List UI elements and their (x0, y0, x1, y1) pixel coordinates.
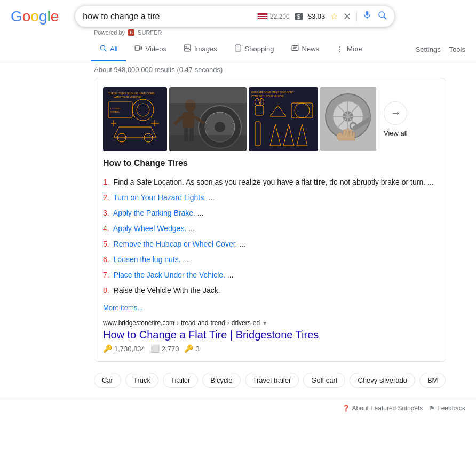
view-all-label: View all (384, 129, 408, 137)
svg-rect-6 (136, 46, 140, 50)
tools-diagram-svg: HERE ARE SOME ITEMS THAT DON'T COME WITH… (249, 87, 318, 151)
list-item: 2. Turn on Your Hazard Lights. ... (103, 190, 437, 205)
step-rest-3: ... (197, 209, 204, 217)
list-item: 5. Remove the Hubcap or Wheel Cover. ... (103, 236, 437, 252)
tab-more[interactable]: ⋮ More (328, 38, 371, 61)
main-content: THESE ITEMS SHOULD HAVE COME WITH YOUR V… (0, 78, 459, 388)
feedback-label: Feedback (437, 405, 465, 412)
shopping-icon (234, 44, 242, 53)
step-link-6[interactable]: Loosen the lug nuts. (114, 255, 181, 264)
featured-snippet-card: THESE ITEMS SHOULD HAVE COME WITH YOUR V… (94, 78, 446, 362)
steps-list: 1. Find a Safe Location. As soon as you … (103, 175, 437, 298)
step-num-7: 7. (103, 271, 109, 279)
clear-icon[interactable]: ✕ (343, 11, 351, 22)
svg-text:WITH YOUR VEHICLE.: WITH YOUR VEHICLE. (114, 96, 142, 99)
list-item: 6. Loosen the lug nuts. ... (103, 252, 437, 267)
tab-videos[interactable]: Videos (126, 38, 175, 61)
question-icon: ❓ (342, 405, 350, 412)
step-link-2[interactable]: Turn on Your Hazard Lights. (113, 193, 206, 202)
step-link-4[interactable]: Apply Wheel Wedges. (113, 224, 186, 233)
step-link-3[interactable]: Apply the Parking Brake. (113, 209, 195, 217)
key-icon-1: 🔑 (103, 344, 112, 353)
search-bar-container: 22,200 $ $3.03 ☆ ✕ (75, 5, 395, 27)
svg-text:LOCKING: LOCKING (110, 107, 120, 110)
header: Google 22,200 $ $3.03 ☆ ✕ (0, 0, 476, 27)
result-title-link[interactable]: How to Change a Flat Tire | Bridgestone … (103, 329, 437, 341)
about-featured-snippets-link[interactable]: ❓ About Featured Snippets (342, 405, 423, 412)
google-logo: Google (11, 8, 59, 25)
snippet-image-3[interactable]: HERE ARE SOME ITEMS THAT DON'T COME WITH… (249, 87, 318, 151)
step-link-5[interactable]: Remove the Hubcap or Wheel Cover. (114, 240, 237, 248)
related-chip-truck[interactable]: Truck (125, 373, 158, 388)
surfer-bar: Powered by S SURFER (0, 27, 476, 38)
step-rest-5: ... (239, 240, 245, 248)
step-link-7[interactable]: Place the Jack Under the Vehicle. (114, 271, 225, 279)
breadcrumb-2: drivers-ed (232, 319, 260, 327)
star-icon[interactable]: ☆ (330, 11, 338, 21)
tab-all[interactable]: All (91, 38, 126, 61)
mic-icon[interactable] (362, 10, 372, 22)
step-num-3: 3. (103, 209, 109, 217)
snippet-image-4[interactable] (320, 87, 376, 151)
step-num-8: 8. (103, 286, 109, 295)
related-chip-golf-cart[interactable]: Golf cart (303, 373, 345, 388)
svg-rect-39 (169, 135, 247, 151)
snippet-image-1[interactable]: THESE ITEMS SHOULD HAVE COME WITH YOUR V… (103, 87, 167, 151)
snippet-image-2[interactable] (169, 87, 247, 151)
search-count-val: 22,200 (270, 13, 290, 20)
svg-text:THESE ITEMS SHOULD HAVE COME: THESE ITEMS SHOULD HAVE COME (108, 92, 155, 95)
search-input[interactable] (83, 12, 253, 21)
svg-text:HERE ARE SOME ITEMS THAT DON'T: HERE ARE SOME ITEMS THAT DON'T (251, 91, 294, 94)
stat-val-3: 3 (195, 345, 199, 353)
related-chip-bicycle[interactable]: Bicycle (202, 373, 240, 388)
more-items-link[interactable]: More items... (103, 304, 437, 312)
related-chip-travel-trailer[interactable]: Travel trailer (245, 373, 299, 388)
price-value: $3.03 (308, 12, 326, 20)
snippet-title: How to Change Tires (103, 159, 437, 168)
tab-news[interactable]: News (283, 38, 328, 61)
tools-link[interactable]: Tools (449, 45, 465, 53)
svg-line-5 (105, 50, 106, 51)
view-all-button[interactable]: → View all (384, 101, 408, 137)
stat-item-3: 🔑 3 (184, 344, 199, 353)
step-rest-4: ... (188, 224, 195, 233)
step-num-1: 1. (103, 178, 109, 186)
monitor-icon: ⬜ (150, 344, 160, 353)
step-num-5: 5. (103, 240, 109, 248)
view-all-circle: → (384, 101, 407, 125)
tab-images[interactable]: Images (175, 38, 226, 61)
list-item: 7. Place the Jack Under the Vehicle. ... (103, 267, 437, 283)
tire-change-photo-svg (169, 87, 247, 151)
tab-shopping[interactable]: Shopping (226, 38, 283, 61)
tab-shopping-label: Shopping (245, 45, 274, 53)
feedback-link[interactable]: ⚑ Feedback (429, 405, 465, 412)
list-item: 8. Raise the Vehicle With the Jack. (103, 283, 437, 298)
arrow-right-icon: → (390, 107, 401, 119)
source-line: www.bridgestonetire.com › tread-and-tren… (103, 319, 437, 327)
related-chip-trailer[interactable]: Trailer (163, 373, 198, 388)
svg-point-31 (215, 122, 225, 132)
about-snippets-label: About Featured Snippets (352, 405, 423, 412)
stat-val-1: 1,730,834 (114, 345, 145, 353)
tab-images-label: Images (194, 45, 217, 53)
flag-icon (257, 13, 268, 20)
images-row: THESE ITEMS SHOULD HAVE COME WITH YOUR V… (103, 87, 437, 151)
step-rest-2: ... (208, 193, 215, 202)
settings-link[interactable]: Settings (416, 45, 441, 53)
step-rest-6: ... (183, 255, 189, 264)
nav-settings: Settings Tools (416, 45, 465, 53)
results-count: About 948,000,000 results (0.47 seconds) (0, 61, 476, 78)
tab-more-label: More (347, 45, 363, 53)
bold-tire: tire (314, 178, 326, 186)
search-count: 22,200 (257, 13, 290, 20)
step-text-1: Find a Safe Location. As soon as you rea… (114, 178, 434, 186)
search-submit-icon[interactable] (377, 10, 387, 22)
feedback-icon: ⚑ (429, 405, 435, 412)
step-num-2: 2. (103, 193, 109, 202)
related-chip-bm[interactable]: BM (419, 373, 446, 388)
related-chip-car[interactable]: Car (94, 373, 121, 388)
related-chip-chevy[interactable]: Chevy silverado (350, 373, 415, 388)
dollar-badge: $ (295, 13, 303, 20)
dropdown-arrow-icon[interactable]: ▼ (262, 320, 267, 326)
svg-rect-38 (169, 87, 247, 103)
